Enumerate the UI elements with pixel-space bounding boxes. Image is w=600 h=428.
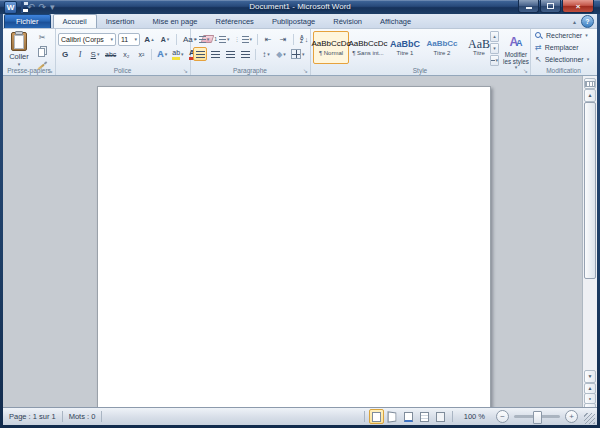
number-icon: 1 bbox=[214, 36, 217, 42]
change-styles-button[interactable]: AA Modifier les styles ▾ bbox=[502, 31, 530, 71]
zoom-out-button[interactable]: − bbox=[496, 410, 509, 423]
align-right-icon bbox=[226, 51, 235, 58]
style-preview: AaBbC bbox=[390, 40, 420, 48]
group-styles: AaBbCcDc ¶ Normal AaBbCcDc ¶ Sans int...… bbox=[310, 29, 531, 75]
paragraph-dialog-launcher[interactable]: ↘ bbox=[303, 68, 308, 74]
multilevel-list-button[interactable]: ⋮▾ bbox=[233, 32, 255, 46]
group-clipboard: Coller ▾ ✂ Presse-papiers ↘ bbox=[3, 29, 56, 75]
statusbar-divider bbox=[452, 411, 453, 422]
cut-button[interactable]: ✂ bbox=[32, 31, 52, 44]
font-size-value: 11 bbox=[121, 36, 128, 43]
italic-icon: I bbox=[79, 50, 82, 59]
style-gallery-more-button[interactable]: ▾ bbox=[490, 55, 499, 66]
shading-button[interactable]: ◆▾ bbox=[274, 47, 288, 61]
superscript-button[interactable]: x² bbox=[134, 47, 148, 61]
style-titre-1[interactable]: AaBbC Titre 1 bbox=[387, 31, 423, 64]
minimize-button[interactable] bbox=[518, 0, 539, 13]
font-name-select[interactable]: Calibri (Corps ▾ bbox=[58, 33, 116, 46]
font-dialog-launcher[interactable]: ↘ bbox=[183, 68, 188, 74]
save-button[interactable] bbox=[21, 2, 23, 13]
zoom-slider[interactable] bbox=[514, 415, 560, 418]
window-controls: × bbox=[517, 0, 594, 13]
tab-mise-en-page[interactable]: Mise en page bbox=[143, 15, 206, 28]
text-effects-button[interactable]: A▾ bbox=[155, 47, 169, 61]
redo-button[interactable]: ↷ bbox=[39, 2, 47, 13]
qat-customize-button[interactable]: ▾ bbox=[50, 2, 55, 13]
style-normal[interactable]: AaBbCcDc ¶ Normal bbox=[313, 31, 349, 64]
chevron-down-icon: ▾ bbox=[134, 37, 137, 42]
tab-publipostage[interactable]: Publipostage bbox=[263, 15, 324, 28]
chevron-down-icon: ▾ bbox=[110, 37, 113, 42]
shrink-font-button[interactable]: A▾ bbox=[158, 32, 172, 46]
tab-accueil[interactable]: Accueil bbox=[53, 14, 97, 28]
highlight-button[interactable]: ab▾ bbox=[170, 47, 185, 61]
sort-z: Z bbox=[300, 39, 304, 43]
select-button[interactable]: ↖ Sélectionner ▾ bbox=[535, 54, 597, 65]
numbering-button[interactable]: 1▾ bbox=[212, 32, 231, 46]
scroll-down-button[interactable]: ▼ bbox=[584, 370, 596, 383]
align-center-button[interactable] bbox=[208, 47, 222, 61]
tab-fichier[interactable]: Fichier bbox=[4, 14, 51, 28]
style-gallery-up-button[interactable]: ▴ bbox=[490, 31, 499, 42]
sort-button[interactable]: AZ↓ bbox=[297, 32, 311, 46]
scroll-up-button[interactable]: ▲ bbox=[584, 89, 596, 102]
ruler-toggle-button[interactable] bbox=[584, 78, 596, 89]
view-web-layout-button[interactable] bbox=[401, 409, 416, 424]
word-logo-icon[interactable]: W bbox=[4, 1, 17, 14]
zoom-slider-thumb[interactable] bbox=[533, 411, 542, 424]
italic-button[interactable]: I bbox=[73, 47, 87, 61]
close-button[interactable]: × bbox=[562, 0, 594, 13]
word-count[interactable]: Mots : 0 bbox=[63, 412, 102, 421]
sort-icon: AZ bbox=[300, 35, 304, 43]
bullets-button[interactable]: •▾ bbox=[193, 32, 211, 46]
view-outline-button[interactable] bbox=[417, 409, 432, 424]
decrease-indent-button[interactable]: ⇤ bbox=[261, 32, 275, 46]
tab-references[interactable]: Références bbox=[207, 15, 263, 28]
justify-button[interactable] bbox=[238, 47, 252, 61]
zoom-level[interactable]: 100 % bbox=[458, 412, 491, 421]
find-button[interactable]: Rechercher ▾ bbox=[535, 30, 597, 41]
increase-indent-button[interactable]: ⇥ bbox=[276, 32, 290, 46]
scissors-icon: ✂ bbox=[39, 33, 46, 42]
font-size-select[interactable]: 11 ▾ bbox=[118, 33, 140, 46]
borders-button[interactable]: ▾ bbox=[289, 47, 307, 61]
up-arrow-icon: ▴ bbox=[151, 37, 154, 42]
status-bar: Page : 1 sur 1 Mots : 0 100 % − + bbox=[3, 407, 597, 425]
style-gallery-down-button[interactable]: ▾ bbox=[490, 43, 499, 54]
view-draft-button[interactable] bbox=[433, 409, 448, 424]
document-page[interactable] bbox=[97, 86, 491, 410]
strikethrough-button[interactable]: abc bbox=[103, 47, 118, 61]
tab-affichage[interactable]: Affichage bbox=[371, 15, 420, 28]
line-spacing-button[interactable]: ↕▾ bbox=[259, 47, 273, 61]
undo-button[interactable]: ↶ bbox=[27, 2, 35, 13]
chevron-down-icon: ▾ bbox=[227, 37, 230, 42]
scrollbar-thumb[interactable] bbox=[584, 102, 596, 279]
underline-button[interactable]: S▾ bbox=[88, 47, 102, 61]
view-print-layout-button[interactable] bbox=[369, 409, 384, 424]
align-left-button[interactable] bbox=[193, 47, 207, 61]
view-fullscreen-reading-button[interactable] bbox=[385, 409, 400, 424]
tab-revision[interactable]: Révision bbox=[324, 15, 371, 28]
copy-button[interactable] bbox=[32, 45, 52, 58]
minimize-ribbon-button[interactable]: ▴ bbox=[573, 18, 576, 25]
bold-button[interactable]: G bbox=[58, 47, 72, 61]
grow-font-button[interactable]: A▴ bbox=[142, 32, 156, 46]
help-button[interactable]: ? bbox=[581, 15, 594, 28]
zoom-in-button[interactable]: + bbox=[565, 410, 578, 423]
title-bar[interactable]: W ↶ ↷ ▾ Document1 - Microsoft Word × bbox=[0, 0, 600, 14]
clipboard-dialog-launcher[interactable]: ↘ bbox=[48, 68, 53, 74]
paste-button[interactable]: Coller ▾ bbox=[5, 31, 33, 71]
vertical-scrollbar[interactable]: ▲ ▼ ▲ ● ▼ bbox=[582, 76, 597, 408]
subscript-button[interactable]: x₂ bbox=[119, 47, 133, 61]
resize-grip[interactable] bbox=[584, 413, 595, 424]
align-right-button[interactable] bbox=[223, 47, 237, 61]
style-sans-interligne[interactable]: AaBbCcDc ¶ Sans int... bbox=[350, 31, 386, 64]
tab-insertion[interactable]: Insertion bbox=[97, 15, 144, 28]
maximize-button[interactable] bbox=[540, 0, 561, 13]
styles-dialog-launcher[interactable]: ↘ bbox=[523, 68, 528, 74]
page-count[interactable]: Page : 1 sur 1 bbox=[3, 412, 62, 421]
style-titre-2[interactable]: AaBbCc Titre 2 bbox=[424, 31, 460, 64]
fullscreen-reading-icon bbox=[387, 411, 396, 423]
style-preview: AaBbCcDc bbox=[311, 40, 350, 48]
replace-button[interactable]: ⇄ Remplacer bbox=[535, 42, 597, 53]
